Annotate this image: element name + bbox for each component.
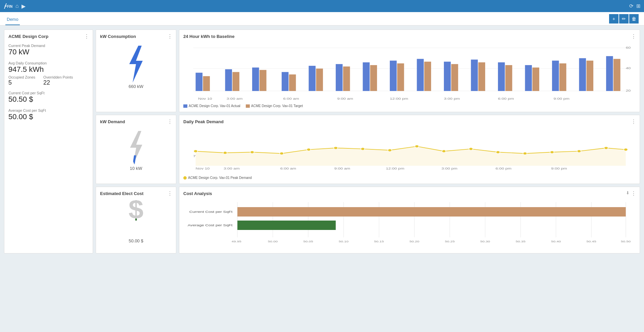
svg-text:9:00 am: 9:00 am (334, 167, 350, 170)
svg-rect-38 (559, 63, 566, 91)
svg-text:40: 40 (626, 66, 631, 70)
kw-demand-value: 10 kW (130, 166, 142, 171)
svg-rect-39 (579, 58, 586, 91)
kw-consumption-title: kW Consumption (100, 34, 172, 39)
svg-rect-36 (533, 67, 539, 91)
avg-cost-label: Average Cost per SqFt (8, 108, 89, 112)
cost-analysis-svg: Current Cost per SqFt Average Cost per S… (183, 199, 636, 249)
daily-peak-svg: 70 (183, 127, 636, 174)
svg-text:50.20: 50.20 (409, 240, 419, 243)
svg-rect-14 (232, 72, 239, 91)
svg-rect-24 (370, 65, 377, 91)
svg-text:Current Cost per SqFt: Current Cost per SqFt (189, 210, 233, 214)
svg-point-66 (469, 148, 473, 150)
svg-marker-51 (130, 131, 142, 164)
svg-text:9:00 pm: 9:00 pm (551, 167, 567, 170)
topbar: FIN ⌂ ▶ ⟳ ⊞ (0, 0, 644, 12)
svg-text:9:00 pm: 9:00 pm (553, 97, 569, 100)
svg-text:20: 20 (626, 89, 631, 92)
est-cost-card: Estimated Elect Cost ⋮ $ $ 50.00 $ (96, 187, 176, 253)
logo: FIN (3, 3, 13, 9)
home-icon[interactable]: ⌂ (15, 3, 19, 9)
legend-actual-box (183, 104, 187, 108)
refresh-icon[interactable]: ⟳ (629, 3, 634, 9)
svg-rect-35 (525, 65, 532, 91)
acme-card-menu[interactable]: ⋮ (84, 33, 89, 40)
svg-point-58 (250, 151, 254, 153)
svg-text:49.95: 49.95 (231, 240, 241, 243)
logo-icon: FIN (3, 3, 13, 9)
cost-analysis-card: Cost Analysis ⋮ Current Cost per SqFt (179, 187, 640, 253)
svg-rect-34 (505, 65, 512, 91)
kw-consumption-menu[interactable]: ⋮ (167, 33, 173, 40)
svg-point-70 (577, 150, 581, 153)
svg-rect-40 (587, 61, 593, 91)
svg-point-56 (194, 150, 198, 153)
svg-text:12:00 pm: 12:00 pm (390, 97, 408, 100)
legend-peak: ACME Design Corp. Vav-01 Peak Demand (183, 176, 252, 180)
kw-demand-menu[interactable]: ⋮ (167, 118, 173, 125)
svg-rect-20 (316, 68, 323, 91)
avg-daily-value: 947.5 kWh (8, 65, 89, 74)
svg-text:50.50: 50.50 (621, 240, 631, 243)
grid-icon[interactable]: ⊞ (636, 3, 641, 9)
svg-text:Nov 10: Nov 10 (198, 97, 212, 100)
dollar-container: $ $ 50.00 $ (100, 197, 172, 245)
cost-sqft-value: 50.50 $ (8, 95, 89, 104)
delete-button[interactable]: 🗑 (629, 14, 639, 23)
daily-peak-title: Daily Peak Demand (183, 119, 636, 124)
legend-actual-label: ACME Design Corp. Vav-01 Actual (189, 104, 240, 108)
current-peak-value: 70 kW (8, 48, 89, 56)
subbar: Demo + ✏ 🗑 (0, 12, 644, 26)
legend-peak-circle (183, 176, 187, 180)
edit-button[interactable]: ✏ (619, 14, 629, 23)
svg-text:50.15: 50.15 (374, 240, 384, 243)
cost-analysis-menu[interactable]: ⋮ (631, 190, 636, 197)
daily-peak-menu[interactable]: ⋮ (631, 118, 636, 125)
add-button[interactable]: + (609, 14, 618, 23)
svg-rect-26 (397, 63, 404, 91)
svg-rect-99 (237, 221, 336, 230)
svg-point-64 (415, 145, 419, 148)
svg-point-65 (442, 150, 446, 153)
svg-rect-2 (5, 6, 7, 6)
svg-rect-37 (552, 61, 559, 91)
est-cost-title: Estimated Elect Cost (100, 191, 172, 196)
svg-rect-30 (451, 64, 458, 91)
est-cost-menu[interactable]: ⋮ (167, 190, 173, 197)
subbar-actions: + ✏ 🗑 (609, 14, 639, 23)
svg-rect-16 (260, 70, 266, 91)
svg-point-59 (280, 152, 284, 155)
bolt-icon-blue (124, 46, 148, 83)
svg-text:Nov 10: Nov 10 (196, 167, 210, 170)
svg-text:6:00 am: 6:00 am (280, 167, 296, 170)
daily-peak-legend: ACME Design Corp. Vav-01 Peak Demand (183, 176, 636, 180)
svg-point-60 (307, 148, 311, 151)
bolt-container: 660 kW (100, 40, 172, 90)
legend-peak-label: ACME Design Corp. Vav-01 Peak Demand (188, 176, 252, 180)
svg-rect-32 (478, 62, 485, 91)
occupied-zones-value: 5 (8, 79, 35, 86)
demo-tab[interactable]: Demo (5, 14, 20, 25)
chart-24h-card: 24 Hour kWh to Baseline ⋮ 60 40 20 (179, 30, 640, 112)
chart-24h-legend: ACME Design Corp. Vav-01 Actual ACME Des… (183, 104, 636, 108)
svg-rect-28 (424, 62, 431, 91)
svg-text:50.30: 50.30 (480, 240, 490, 243)
cost-analysis-download-icon[interactable]: ⬇ (626, 190, 630, 195)
svg-text:60: 60 (626, 46, 631, 49)
svg-text:6:00 pm: 6:00 pm (498, 97, 514, 100)
svg-text:9:00 am: 9:00 am (337, 97, 353, 100)
svg-rect-29 (444, 62, 451, 91)
current-peak-label: Current Peak Demand (8, 44, 89, 48)
chart-24h-area: 60 40 20 (183, 42, 636, 102)
arrow-right-icon[interactable]: ▶ (21, 3, 26, 9)
svg-rect-11 (196, 73, 202, 91)
svg-text:12:00 pm: 12:00 pm (386, 167, 404, 170)
kw-consumption-card: kW Consumption ⋮ 660 kW (96, 30, 176, 112)
svg-rect-25 (390, 61, 397, 91)
chart-24h-menu[interactable]: ⋮ (631, 33, 636, 40)
acme-card: ACME Design Corp ⋮ Current Peak Demand 7… (4, 30, 93, 253)
chart-24h-title: 24 Hour kWh to Baseline (183, 34, 636, 39)
topbar-right: ⟳ ⊞ (629, 3, 641, 9)
svg-rect-17 (282, 72, 288, 91)
